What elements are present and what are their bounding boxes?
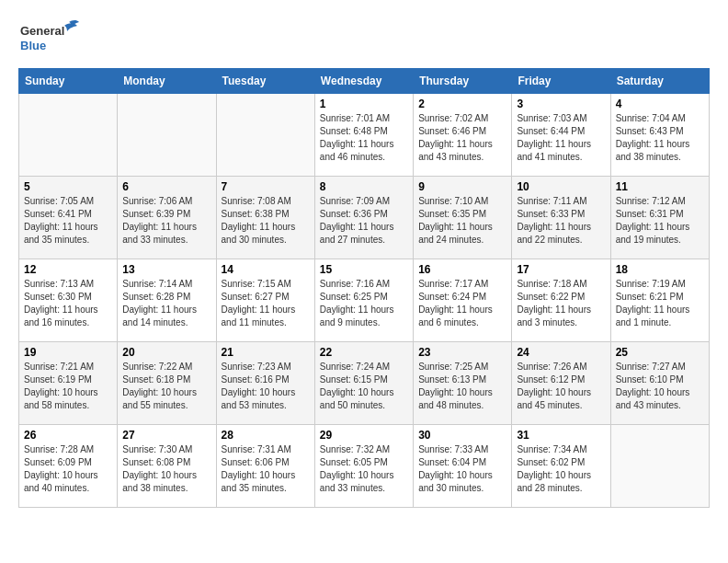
day-number: 26 xyxy=(24,429,112,442)
day-number: 21 xyxy=(222,346,310,359)
day-detail: Sunrise: 7:04 AM Sunset: 6:43 PM Dayligh… xyxy=(616,112,704,164)
day-number: 25 xyxy=(616,346,704,359)
calendar-cell: 13Sunrise: 7:14 AM Sunset: 6:28 PM Dayli… xyxy=(118,259,216,342)
svg-text:Blue: Blue xyxy=(20,39,46,52)
calendar-cell: 27Sunrise: 7:30 AM Sunset: 6:08 PM Dayli… xyxy=(118,425,216,508)
weekday-header-row: SundayMondayTuesdayWednesdayThursdayFrid… xyxy=(19,69,710,94)
day-detail: Sunrise: 7:21 AM Sunset: 6:19 PM Dayligh… xyxy=(24,361,112,412)
day-detail: Sunrise: 7:01 AM Sunset: 6:48 PM Dayligh… xyxy=(320,112,408,164)
calendar-cell: 6Sunrise: 7:06 AM Sunset: 6:39 PM Daylig… xyxy=(118,177,216,259)
calendar-week-row: 5Sunrise: 7:05 AM Sunset: 6:41 PM Daylig… xyxy=(19,177,710,259)
calendar-cell: 3Sunrise: 7:03 AM Sunset: 6:44 PM Daylig… xyxy=(512,94,610,177)
day-number: 19 xyxy=(24,346,112,359)
weekday-header-thursday: Thursday xyxy=(414,69,512,94)
day-number: 3 xyxy=(517,98,605,110)
day-number: 24 xyxy=(517,346,605,359)
page-header: General Blue xyxy=(18,18,710,59)
day-number: 5 xyxy=(24,180,112,193)
calendar-cell xyxy=(610,425,709,508)
day-detail: Sunrise: 7:08 AM Sunset: 6:38 PM Dayligh… xyxy=(222,195,310,247)
calendar-cell: 7Sunrise: 7:08 AM Sunset: 6:38 PM Daylig… xyxy=(216,177,314,259)
calendar-cell: 29Sunrise: 7:32 AM Sunset: 6:05 PM Dayli… xyxy=(314,425,413,508)
day-detail: Sunrise: 7:05 AM Sunset: 6:41 PM Dayligh… xyxy=(24,195,112,247)
logo: General Blue xyxy=(18,18,83,59)
calendar-table: SundayMondayTuesdayWednesdayThursdayFrid… xyxy=(18,68,710,508)
day-detail: Sunrise: 7:03 AM Sunset: 6:44 PM Dayligh… xyxy=(517,112,605,164)
day-number: 22 xyxy=(320,346,408,359)
day-number: 20 xyxy=(122,346,210,359)
day-detail: Sunrise: 7:02 AM Sunset: 6:46 PM Dayligh… xyxy=(418,112,506,164)
calendar-cell: 22Sunrise: 7:24 AM Sunset: 6:15 PM Dayli… xyxy=(314,342,413,425)
day-detail: Sunrise: 7:12 AM Sunset: 6:31 PM Dayligh… xyxy=(616,195,704,247)
day-detail: Sunrise: 7:24 AM Sunset: 6:15 PM Dayligh… xyxy=(320,361,408,412)
calendar-cell: 30Sunrise: 7:33 AM Sunset: 6:04 PM Dayli… xyxy=(414,425,512,508)
day-detail: Sunrise: 7:14 AM Sunset: 6:28 PM Dayligh… xyxy=(122,278,210,329)
day-detail: Sunrise: 7:25 AM Sunset: 6:13 PM Dayligh… xyxy=(418,361,506,412)
day-number: 6 xyxy=(122,180,210,193)
svg-text:General: General xyxy=(20,24,64,38)
day-detail: Sunrise: 7:31 AM Sunset: 6:06 PM Dayligh… xyxy=(222,443,310,495)
calendar-cell: 15Sunrise: 7:16 AM Sunset: 6:25 PM Dayli… xyxy=(314,259,413,342)
day-number: 17 xyxy=(517,263,605,276)
calendar-cell: 4Sunrise: 7:04 AM Sunset: 6:43 PM Daylig… xyxy=(610,94,709,177)
calendar-cell: 25Sunrise: 7:27 AM Sunset: 6:10 PM Dayli… xyxy=(610,342,709,425)
day-number: 9 xyxy=(418,180,506,193)
calendar-week-row: 12Sunrise: 7:13 AM Sunset: 6:30 PM Dayli… xyxy=(19,259,710,342)
calendar-cell: 21Sunrise: 7:23 AM Sunset: 6:16 PM Dayli… xyxy=(216,342,314,425)
day-number: 28 xyxy=(222,429,310,442)
calendar-cell: 8Sunrise: 7:09 AM Sunset: 6:36 PM Daylig… xyxy=(314,177,413,259)
day-detail: Sunrise: 7:19 AM Sunset: 6:21 PM Dayligh… xyxy=(616,278,704,329)
day-detail: Sunrise: 7:27 AM Sunset: 6:10 PM Dayligh… xyxy=(616,361,704,412)
day-number: 8 xyxy=(320,180,408,193)
day-detail: Sunrise: 7:23 AM Sunset: 6:16 PM Dayligh… xyxy=(222,361,310,412)
calendar-cell: 12Sunrise: 7:13 AM Sunset: 6:30 PM Dayli… xyxy=(19,259,118,342)
calendar-week-row: 19Sunrise: 7:21 AM Sunset: 6:19 PM Dayli… xyxy=(19,342,710,425)
day-detail: Sunrise: 7:33 AM Sunset: 6:04 PM Dayligh… xyxy=(418,443,506,495)
day-number: 4 xyxy=(616,98,704,110)
day-detail: Sunrise: 7:10 AM Sunset: 6:35 PM Dayligh… xyxy=(418,195,506,247)
day-detail: Sunrise: 7:32 AM Sunset: 6:05 PM Dayligh… xyxy=(320,443,408,495)
day-number: 30 xyxy=(418,429,506,442)
day-number: 18 xyxy=(616,263,704,276)
calendar-cell: 9Sunrise: 7:10 AM Sunset: 6:35 PM Daylig… xyxy=(414,177,512,259)
day-detail: Sunrise: 7:13 AM Sunset: 6:30 PM Dayligh… xyxy=(24,278,112,329)
day-detail: Sunrise: 7:15 AM Sunset: 6:27 PM Dayligh… xyxy=(222,278,310,329)
day-number: 29 xyxy=(320,429,408,442)
calendar-cell xyxy=(216,94,314,177)
calendar-cell: 19Sunrise: 7:21 AM Sunset: 6:19 PM Dayli… xyxy=(19,342,118,425)
calendar-cell: 16Sunrise: 7:17 AM Sunset: 6:24 PM Dayli… xyxy=(414,259,512,342)
calendar-cell: 17Sunrise: 7:18 AM Sunset: 6:22 PM Dayli… xyxy=(512,259,610,342)
day-detail: Sunrise: 7:30 AM Sunset: 6:08 PM Dayligh… xyxy=(122,443,210,495)
day-number: 13 xyxy=(122,263,210,276)
calendar-cell: 31Sunrise: 7:34 AM Sunset: 6:02 PM Dayli… xyxy=(512,425,610,508)
day-number: 1 xyxy=(320,98,408,110)
day-number: 10 xyxy=(517,180,605,193)
calendar-cell: 26Sunrise: 7:28 AM Sunset: 6:09 PM Dayli… xyxy=(19,425,118,508)
calendar-cell: 5Sunrise: 7:05 AM Sunset: 6:41 PM Daylig… xyxy=(19,177,118,259)
logo-icon: General Blue xyxy=(18,18,83,59)
day-number: 2 xyxy=(418,98,506,110)
day-detail: Sunrise: 7:06 AM Sunset: 6:39 PM Dayligh… xyxy=(122,195,210,247)
calendar-cell: 24Sunrise: 7:26 AM Sunset: 6:12 PM Dayli… xyxy=(512,342,610,425)
day-number: 14 xyxy=(222,263,310,276)
calendar-cell: 20Sunrise: 7:22 AM Sunset: 6:18 PM Dayli… xyxy=(118,342,216,425)
calendar-cell: 10Sunrise: 7:11 AM Sunset: 6:33 PM Dayli… xyxy=(512,177,610,259)
day-detail: Sunrise: 7:22 AM Sunset: 6:18 PM Dayligh… xyxy=(122,361,210,412)
calendar-cell: 28Sunrise: 7:31 AM Sunset: 6:06 PM Dayli… xyxy=(216,425,314,508)
day-detail: Sunrise: 7:18 AM Sunset: 6:22 PM Dayligh… xyxy=(517,278,605,329)
weekday-header-monday: Monday xyxy=(118,69,216,94)
calendar-cell xyxy=(118,94,216,177)
day-number: 11 xyxy=(616,180,704,193)
day-number: 12 xyxy=(24,263,112,276)
day-number: 27 xyxy=(122,429,210,442)
day-detail: Sunrise: 7:09 AM Sunset: 6:36 PM Dayligh… xyxy=(320,195,408,247)
day-detail: Sunrise: 7:11 AM Sunset: 6:33 PM Dayligh… xyxy=(517,195,605,247)
weekday-header-tuesday: Tuesday xyxy=(216,69,314,94)
weekday-header-sunday: Sunday xyxy=(19,69,118,94)
calendar-cell: 1Sunrise: 7:01 AM Sunset: 6:48 PM Daylig… xyxy=(314,94,413,177)
weekday-header-wednesday: Wednesday xyxy=(314,69,413,94)
weekday-header-friday: Friday xyxy=(512,69,610,94)
day-detail: Sunrise: 7:28 AM Sunset: 6:09 PM Dayligh… xyxy=(24,443,112,495)
calendar-week-row: 1Sunrise: 7:01 AM Sunset: 6:48 PM Daylig… xyxy=(19,94,710,177)
calendar-cell: 14Sunrise: 7:15 AM Sunset: 6:27 PM Dayli… xyxy=(216,259,314,342)
